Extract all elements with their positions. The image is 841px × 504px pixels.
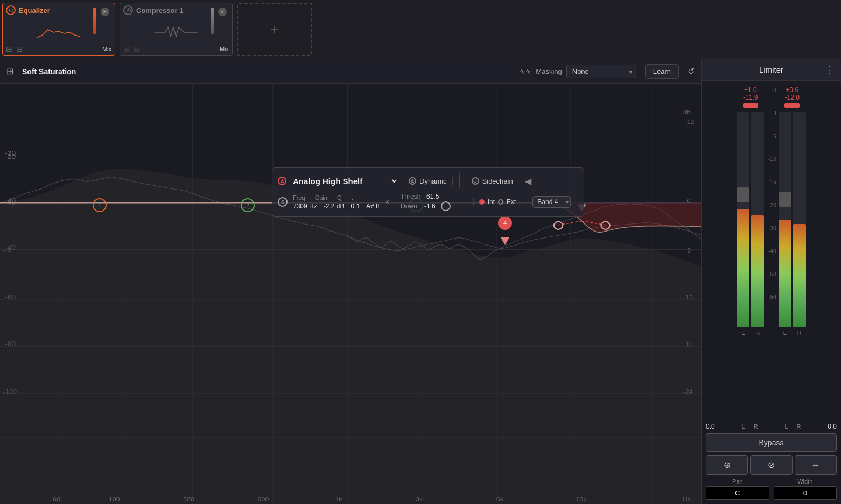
- svg-text:10k: 10k: [576, 496, 587, 503]
- svg-text:100: 100: [109, 496, 120, 503]
- eq-power-button[interactable]: ⏻: [6, 5, 16, 15]
- plugin-slot-compressor: ⏻ Compressor 1 ✕ ⊞ ⊟ Mix: [120, 3, 233, 56]
- bottom-value-row: 0.0 L R L R 0.0: [706, 423, 837, 430]
- svg-text:Hz: Hz: [682, 496, 690, 503]
- sidechain-label: Sidechain: [482, 177, 513, 185]
- comp-power-button[interactable]: ⏻: [123, 5, 133, 15]
- band-power-dot[interactable]: ⏻: [278, 177, 286, 185]
- masking-dropdown-wrapper: None Track 1 Track 2 Bus ▾: [566, 65, 636, 78]
- svg-text:-6: -6: [685, 247, 691, 254]
- left-fader[interactable]: [737, 187, 749, 202]
- width-label: Width: [797, 478, 812, 485]
- left-meter-top: +1.0: [743, 86, 758, 94]
- svg-text:6k: 6k: [496, 496, 504, 503]
- phase-icon-button[interactable]: ⊘: [750, 455, 792, 475]
- right-bar-container: L R: [779, 110, 806, 336]
- left-l-channel: L: [737, 112, 749, 336]
- width-input[interactable]: [774, 486, 837, 500]
- reset-icon[interactable]: ↺: [688, 66, 695, 76]
- svg-text:300: 300: [183, 496, 194, 503]
- gain-value: -2.2 dB: [324, 202, 345, 210]
- svg-line-1: [165, 27, 168, 32]
- left-meter-group: +1.0 -11.9 L: [737, 86, 764, 412]
- limiter-header: Limiter ⋮: [702, 59, 841, 81]
- right-l-label: L: [783, 330, 787, 336]
- eq-node-2[interactable]: 2: [241, 198, 255, 212]
- lr-l2-label: L: [784, 423, 788, 430]
- lr-labels-right: L R: [784, 423, 801, 430]
- masking-dropdown[interactable]: None Track 1 Track 2 Bus: [566, 65, 636, 78]
- left-clip-bar: [743, 103, 758, 108]
- limiter-title: Limiter: [759, 65, 783, 74]
- plugin-chain: ⏻ Equalizer ✕ ⊞ ⊟ Mix ⏻ Compressor 1 ✕: [0, 0, 841, 59]
- left-l-label: L: [741, 330, 745, 336]
- preset-name: Soft Saturation: [22, 67, 76, 76]
- right-clip-bar: [784, 103, 800, 108]
- left-l-track: [737, 112, 749, 327]
- sidechain-power-button[interactable]: ⏻: [472, 177, 479, 185]
- limiter-menu-button[interactable]: ⋮: [825, 64, 835, 76]
- note-value: A# 8: [366, 202, 380, 210]
- svg-text:1k: 1k: [335, 496, 342, 503]
- svg-text:3k: 3k: [416, 496, 423, 503]
- svg-text:-20: -20: [5, 150, 16, 157]
- left-meter-bottom: -11.9: [743, 94, 758, 101]
- down-row: Down -1.6 —: [401, 201, 462, 211]
- svg-text:dB: dB: [682, 109, 691, 116]
- down-knob[interactable]: [441, 201, 451, 211]
- eq-toolbar: ⊞ Soft Saturation ∿∿ Masking None Track …: [0, 59, 701, 84]
- right-r-fill: [793, 224, 806, 327]
- comp-close-button[interactable]: ✕: [218, 8, 227, 16]
- svg-text:60: 60: [53, 496, 60, 503]
- dynamic-power-button[interactable]: ⏻: [409, 177, 416, 185]
- eq-grid-icon[interactable]: ⊞: [6, 66, 13, 76]
- ext-label: Ext: [507, 198, 516, 206]
- q-label: Q: [337, 194, 342, 201]
- pan-input[interactable]: [706, 486, 769, 500]
- lr-r-label: R: [754, 423, 758, 430]
- svg-text:600: 600: [257, 496, 269, 503]
- bypass-button[interactable]: Bypass: [706, 433, 837, 452]
- eq-node-1[interactable]: 1: [93, 198, 107, 212]
- meter-scale: 0 -3 -6 -10 -15 -20 -30 -40 -50 -Inf: [768, 86, 776, 302]
- pan-group: Pan: [706, 478, 769, 500]
- comp-fader[interactable]: [211, 8, 214, 34]
- int-label: Int: [488, 198, 495, 206]
- left-bar-container: L R: [737, 110, 764, 336]
- int-radio[interactable]: [479, 199, 485, 205]
- band-s-circle[interactable]: S: [278, 197, 288, 207]
- eq-mix-label: Mix: [102, 46, 111, 52]
- masking-section: ∿∿ Masking None Track 1 Track 2 Bus ▾: [520, 65, 636, 78]
- thresh-label: Thresh: [401, 193, 421, 200]
- right-r-channel: R: [793, 112, 806, 336]
- lr-labels-left: L R: [742, 423, 758, 430]
- lr-l-label: L: [742, 423, 745, 430]
- eq-close-button[interactable]: ✕: [101, 8, 109, 16]
- eq-graph-svg: -20 -40 -40 dB -20 -40 -40 -60 -80 -100 …: [0, 84, 701, 504]
- band-params-values: 7309 Hz -2.2 dB 0.1 A# 8: [293, 202, 380, 210]
- svg-line-4: [173, 27, 176, 37]
- add-plugin-button[interactable]: +: [237, 3, 312, 56]
- band-select[interactable]: Band 4 Band 1 Band 2 Band 3 Band 5: [532, 196, 571, 208]
- gain-label: Gain: [315, 194, 327, 201]
- eq-graph-container: -20 -40 -40 dB -20 -40 -40 -60 -80 -100 …: [0, 84, 701, 504]
- svg-line-5: [176, 27, 179, 37]
- width-icon-button[interactable]: ↔: [795, 455, 837, 475]
- int-ext-section: Int Ext: [473, 198, 522, 206]
- bottom-controls: 0.0 L R L R 0.0 Bypass ⊕ ⊘ ↔ Pan: [702, 418, 841, 504]
- link-icon-button[interactable]: ⊕: [706, 455, 748, 475]
- eq-node-4[interactable]: 4: [498, 216, 512, 230]
- right-meter-values: +0.6 -12.0: [785, 86, 800, 101]
- svg-line-6: [179, 27, 184, 32]
- dynamic-label: Dynamic: [419, 177, 447, 185]
- band-type-select[interactable]: Analog High Shelf: [291, 176, 398, 186]
- learn-button[interactable]: Learn: [645, 64, 679, 79]
- right-fader[interactable]: [779, 192, 791, 207]
- sidechain-route-icon[interactable]: ◀: [525, 176, 531, 186]
- pan-width-row: Pan Width: [706, 478, 837, 500]
- band-select-wrapper: Band 4 Band 1 Band 2 Band 3 Band 5 ▾: [532, 196, 571, 208]
- eq-fader[interactable]: [93, 8, 96, 34]
- ext-radio[interactable]: [498, 199, 503, 205]
- band-close-button[interactable]: ×: [385, 198, 389, 206]
- left-r-track: [751, 112, 764, 327]
